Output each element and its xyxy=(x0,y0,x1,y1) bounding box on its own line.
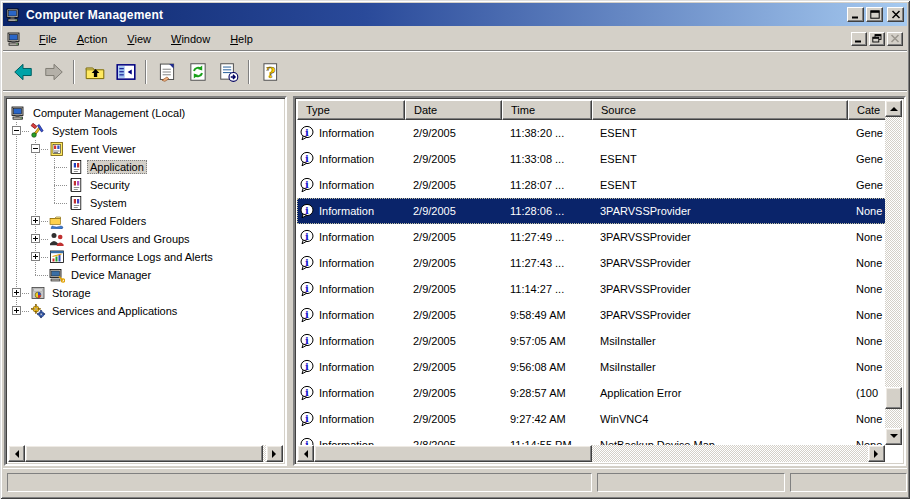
event-row[interactable]: iInformation2/9/200511:38:20 ...ESENTGen… xyxy=(297,120,889,146)
event-row[interactable]: iInformation2/9/20059:57:05 AMMsiInstall… xyxy=(297,328,889,354)
tree-item-label[interactable]: System Tools xyxy=(49,124,120,138)
event-row[interactable]: iInformation2/9/20059:58:49 AM3PARVSSPro… xyxy=(297,302,889,328)
scrollbar-thumb[interactable] xyxy=(25,445,263,462)
toolbar-help-button[interactable]: ? xyxy=(254,57,285,87)
svg-text:i: i xyxy=(305,231,309,242)
mdi-minimize-button[interactable] xyxy=(851,32,867,46)
toolbar-export-list-button[interactable] xyxy=(213,57,244,87)
tree-expand-toggle-plus[interactable] xyxy=(31,252,40,261)
column-header-date[interactable]: Date xyxy=(405,100,502,120)
event-row[interactable]: iInformation2/9/200511:28:07 ...ESENTGen… xyxy=(297,172,889,198)
toolbar-refresh-button[interactable] xyxy=(182,57,213,87)
event-time: 11:14:27 ... xyxy=(502,276,592,302)
tree-item-label[interactable]: Shared Folders xyxy=(68,214,149,228)
tree-item-label[interactable]: Computer Management (Local) xyxy=(30,106,188,120)
event-row[interactable]: iInformation2/9/20059:28:57 AMApplicatio… xyxy=(297,380,889,406)
tree-item-system-tools[interactable]: System Tools xyxy=(8,122,283,140)
information-icon: i xyxy=(299,281,315,297)
svg-text:i: i xyxy=(305,387,309,398)
information-icon: i xyxy=(299,203,315,219)
toolbar-up-one-level-button[interactable] xyxy=(79,57,110,87)
toolbar-properties-button[interactable] xyxy=(151,57,182,87)
scroll-up-button[interactable] xyxy=(885,100,902,117)
event-row[interactable]: iInformation2/9/20059:56:08 AMMsiInstall… xyxy=(297,354,889,380)
event-type-cell: iInformation xyxy=(297,302,405,328)
scrollbar-thumb[interactable] xyxy=(314,445,592,462)
event-row[interactable]: iInformation2/9/200511:27:43 ...3PARVSSP… xyxy=(297,250,889,276)
menu-file[interactable]: File xyxy=(29,29,67,49)
event-time: 11:27:43 ... xyxy=(502,250,592,276)
scroll-left-button[interactable] xyxy=(297,445,314,462)
mdi-restore-button[interactable] xyxy=(869,32,885,46)
list-vertical-scrollbar[interactable] xyxy=(885,100,902,445)
maximize-button[interactable] xyxy=(866,7,883,22)
scroll-right-button[interactable] xyxy=(868,445,885,462)
tree-item-label[interactable]: Performance Logs and Alerts xyxy=(68,250,216,264)
event-source: 3PARVSSProvider xyxy=(592,198,848,224)
tree-expand-toggle-minus[interactable] xyxy=(12,126,21,135)
event-time: 9:57:05 AM xyxy=(502,328,592,354)
event-row[interactable]: iInformation2/9/200511:28:06 ...3PARVSSP… xyxy=(297,198,889,224)
event-row[interactable]: iInformation2/9/20059:27:42 AMWinVNC4Non… xyxy=(297,406,889,432)
tree-item-shared-folders[interactable]: Shared Folders xyxy=(8,212,283,230)
tree-item-event-viewer[interactable]: Event Viewer xyxy=(8,140,283,158)
tree-item-performance-logs-and-alerts[interactable]: Performance Logs and Alerts xyxy=(8,248,283,266)
event-row[interactable]: iInformation2/9/200511:27:49 ...3PARVSSP… xyxy=(297,224,889,250)
tree-item-label[interactable]: Security xyxy=(87,178,133,192)
tree-expand-toggle-plus[interactable] xyxy=(31,216,40,225)
close-button[interactable] xyxy=(887,7,904,22)
menu-action[interactable]: Action xyxy=(67,29,118,49)
help-icon: ? xyxy=(259,61,281,83)
tree-item-label[interactable]: Event Viewer xyxy=(68,142,139,156)
mdi-system-menu-icon[interactable] xyxy=(7,31,23,47)
tree-item-label[interactable]: Device Manager xyxy=(68,268,154,282)
tree-item-security[interactable]: Security xyxy=(8,176,283,194)
toolbar-separator xyxy=(145,60,147,84)
tree-item-label[interactable]: Local Users and Groups xyxy=(68,232,193,246)
tree-item-storage[interactable]: Storage xyxy=(8,284,283,302)
scroll-down-button[interactable] xyxy=(885,428,902,445)
scroll-left-button[interactable] xyxy=(8,445,25,462)
tree-item-label[interactable]: Application xyxy=(87,160,147,174)
menu-view[interactable]: View xyxy=(117,29,161,49)
list-horizontal-scrollbar[interactable] xyxy=(297,445,885,462)
menu-window[interactable]: Window xyxy=(161,29,220,49)
menu-help[interactable]: Help xyxy=(220,29,263,49)
scrollbar-thumb[interactable] xyxy=(885,387,902,409)
tree-item-label[interactable]: System xyxy=(87,196,130,210)
event-date: 2/9/2005 xyxy=(405,224,502,250)
event-row[interactable]: iInformation2/9/200511:33:08 ...ESENTGen… xyxy=(297,146,889,172)
tree-item-application[interactable]: Application xyxy=(8,158,283,176)
mdi-close-button[interactable] xyxy=(887,32,903,46)
tree-item-system[interactable]: System xyxy=(8,194,283,212)
tree-item-device-manager[interactable]: Device Manager xyxy=(8,266,283,284)
event-source: MsiInstaller xyxy=(592,328,848,354)
tree-expand-toggle-plus[interactable] xyxy=(12,306,21,315)
tree-item-label[interactable]: Storage xyxy=(49,286,94,300)
tree-expand-toggle-minus[interactable] xyxy=(31,144,40,153)
tree-item-label[interactable]: Services and Applications xyxy=(49,304,180,318)
column-header-source[interactable]: Source xyxy=(592,100,848,120)
event-row[interactable]: iInformation2/9/200511:14:27 ...3PARVSSP… xyxy=(297,276,889,302)
tree-expand-toggle-plus[interactable] xyxy=(31,234,40,243)
event-type: Information xyxy=(319,231,374,243)
event-type-cell: iInformation xyxy=(297,380,405,406)
title-bar[interactable]: Computer Management xyxy=(3,3,907,26)
tree-item-services-and-applications[interactable]: Services and Applications xyxy=(8,302,283,320)
toolbar-back-button[interactable] xyxy=(7,57,38,87)
scroll-right-button[interactable] xyxy=(266,445,283,462)
tree-horizontal-scrollbar[interactable] xyxy=(8,445,283,462)
column-header-cate[interactable]: Cate xyxy=(848,100,889,120)
column-header-type[interactable]: Type xyxy=(297,100,405,120)
tree-item-local-users-and-groups[interactable]: Local Users and Groups xyxy=(8,230,283,248)
svg-text:i: i xyxy=(305,127,309,138)
column-header-time[interactable]: Time xyxy=(502,100,592,120)
tree-item-computer-management-local[interactable]: Computer Management (Local) xyxy=(8,104,283,122)
log-system-icon xyxy=(68,195,84,211)
toolbar-forward-button[interactable] xyxy=(38,57,69,87)
toolbar-show-hide-console-tree-button[interactable] xyxy=(110,57,141,87)
event-source: ESENT xyxy=(592,146,848,172)
event-date: 2/9/2005 xyxy=(405,406,502,432)
minimize-button[interactable] xyxy=(847,7,864,22)
tree-expand-toggle-plus[interactable] xyxy=(12,288,21,297)
